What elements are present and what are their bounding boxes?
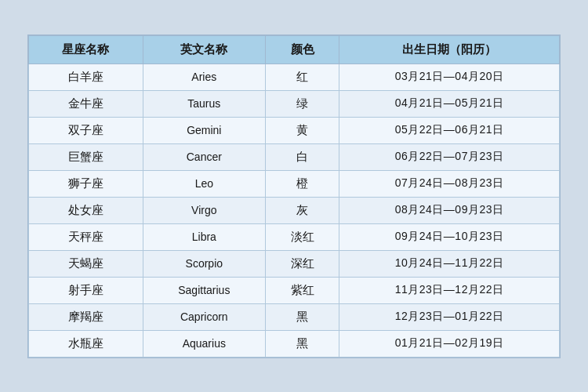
cell-english-name: Capricorn	[143, 303, 265, 330]
table-row: 天蝎座Scorpio深红10月24日—11月22日	[29, 250, 560, 277]
cell-english-name: Gemini	[143, 117, 265, 143]
cell-chinese-name: 双子座	[29, 117, 143, 143]
cell-color: 黑	[265, 330, 339, 357]
table-row: 白羊座Aries红03月21日—04月20日	[29, 64, 560, 90]
cell-english-name: Leo	[143, 170, 265, 197]
table-row: 巨蟹座Cancer白06月22日—07月23日	[29, 143, 560, 170]
cell-color: 黑	[265, 303, 339, 330]
table-row: 狮子座Leo橙07月24日—08月23日	[29, 170, 560, 197]
cell-date: 12月23日—01月22日	[339, 303, 560, 330]
cell-english-name: Virgo	[143, 197, 265, 223]
table-header-row: 星座名称 英文名称 颜色 出生日期（阳历）	[29, 35, 560, 64]
col-header-color: 颜色	[265, 35, 339, 64]
cell-english-name: Sagittarius	[143, 277, 265, 303]
cell-english-name: Taurus	[143, 90, 265, 117]
cell-color: 灰	[265, 197, 339, 223]
cell-date: 05月22日—06月21日	[339, 117, 560, 143]
cell-date: 09月24日—10月23日	[339, 223, 560, 250]
col-header-date: 出生日期（阳历）	[339, 35, 560, 64]
table-row: 水瓶座Aquarius黑01月21日—02月19日	[29, 330, 560, 357]
cell-date: 10月24日—11月22日	[339, 250, 560, 277]
cell-color: 绿	[265, 90, 339, 117]
cell-date: 08月24日—09月23日	[339, 197, 560, 223]
zodiac-table-container: 星座名称 英文名称 颜色 出生日期（阳历） 白羊座Aries红03月21日—04…	[27, 34, 561, 358]
cell-chinese-name: 水瓶座	[29, 330, 143, 357]
cell-color: 橙	[265, 170, 339, 197]
table-row: 处女座Virgo灰08月24日—09月23日	[29, 197, 560, 223]
cell-date: 11月23日—12月22日	[339, 277, 560, 303]
table-row: 金牛座Taurus绿04月21日—05月21日	[29, 90, 560, 117]
cell-chinese-name: 巨蟹座	[29, 143, 143, 170]
cell-chinese-name: 金牛座	[29, 90, 143, 117]
cell-english-name: Scorpio	[143, 250, 265, 277]
cell-color: 白	[265, 143, 339, 170]
cell-chinese-name: 白羊座	[29, 64, 143, 90]
cell-date: 04月21日—05月21日	[339, 90, 560, 117]
cell-english-name: Libra	[143, 223, 265, 250]
cell-chinese-name: 处女座	[29, 197, 143, 223]
cell-color: 红	[265, 64, 339, 90]
cell-english-name: Cancer	[143, 143, 265, 170]
table-row: 摩羯座Capricorn黑12月23日—01月22日	[29, 303, 560, 330]
cell-color: 黄	[265, 117, 339, 143]
cell-date: 03月21日—04月20日	[339, 64, 560, 90]
cell-chinese-name: 射手座	[29, 277, 143, 303]
col-header-english: 英文名称	[143, 35, 265, 64]
cell-date: 01月21日—02月19日	[339, 330, 560, 357]
cell-chinese-name: 天蝎座	[29, 250, 143, 277]
col-header-chinese: 星座名称	[29, 35, 143, 64]
cell-color: 深红	[265, 250, 339, 277]
table-row: 双子座Gemini黄05月22日—06月21日	[29, 117, 560, 143]
cell-chinese-name: 摩羯座	[29, 303, 143, 330]
cell-chinese-name: 狮子座	[29, 170, 143, 197]
cell-date: 06月22日—07月23日	[339, 143, 560, 170]
zodiac-table: 星座名称 英文名称 颜色 出生日期（阳历） 白羊座Aries红03月21日—04…	[28, 35, 560, 358]
table-row: 射手座Sagittarius紫红11月23日—12月22日	[29, 277, 560, 303]
cell-date: 07月24日—08月23日	[339, 170, 560, 197]
cell-color: 淡红	[265, 223, 339, 250]
cell-english-name: Aries	[143, 64, 265, 90]
cell-color: 紫红	[265, 277, 339, 303]
cell-chinese-name: 天秤座	[29, 223, 143, 250]
cell-english-name: Aquarius	[143, 330, 265, 357]
table-row: 天秤座Libra淡红09月24日—10月23日	[29, 223, 560, 250]
